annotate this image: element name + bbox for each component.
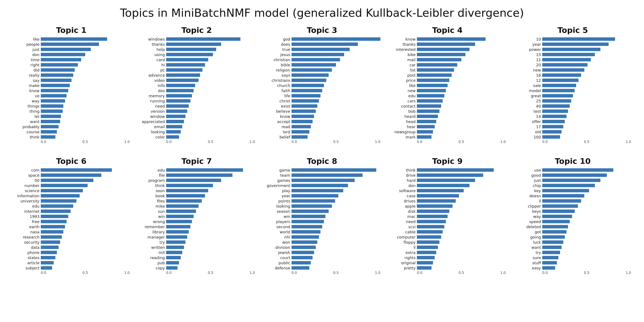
bar-label: jewish bbox=[264, 250, 292, 255]
bar-container bbox=[542, 168, 631, 172]
bar-row: sure bbox=[514, 255, 631, 260]
bar-fill bbox=[41, 135, 56, 139]
bar-row: win bbox=[138, 214, 255, 219]
bar-container bbox=[41, 256, 130, 259]
bar-label: sun bbox=[138, 209, 166, 214]
bar-container bbox=[417, 235, 506, 239]
bar-row: nhl bbox=[264, 235, 380, 239]
bar-label: ll bbox=[514, 199, 542, 203]
bar-label: 10 bbox=[514, 37, 542, 42]
bar-fill bbox=[41, 84, 70, 87]
bar-label: stuff bbox=[514, 260, 542, 265]
bar-fill bbox=[542, 251, 560, 254]
bar-fill bbox=[41, 58, 81, 62]
bar-fill bbox=[542, 204, 578, 208]
bar-fill bbox=[292, 230, 320, 234]
bar-fill bbox=[292, 189, 343, 192]
bar-container bbox=[41, 210, 130, 213]
bar-container bbox=[292, 63, 380, 66]
bar-container bbox=[542, 68, 631, 72]
bar-row: clipper bbox=[514, 204, 631, 208]
bar-label: good bbox=[514, 173, 542, 178]
bar-fill bbox=[542, 168, 613, 172]
bar-fill bbox=[542, 42, 608, 46]
bar-fill bbox=[292, 42, 358, 46]
bar-fill bbox=[41, 68, 75, 72]
bar-container bbox=[166, 194, 255, 198]
bar-container bbox=[417, 125, 506, 128]
bar-container bbox=[417, 110, 506, 113]
bar-fill bbox=[166, 99, 190, 102]
bar-row: lord bbox=[264, 130, 380, 134]
bar-label: email bbox=[138, 124, 166, 129]
bar-container bbox=[41, 266, 130, 270]
bar-chart: windowsthankshelpusingcardhipcadvancevid… bbox=[138, 37, 255, 139]
bar-row: probably bbox=[13, 124, 130, 129]
bar-fill bbox=[417, 210, 449, 213]
bar-container bbox=[292, 53, 380, 56]
bar-label: help bbox=[138, 47, 166, 52]
bar-label: 100 bbox=[514, 135, 542, 139]
bar-fill bbox=[542, 63, 588, 66]
bar-row: info bbox=[138, 83, 255, 88]
bar-container bbox=[41, 230, 130, 234]
bar-row: just bbox=[13, 47, 130, 52]
bar-row: appreciated bbox=[138, 119, 255, 124]
bar-container bbox=[417, 120, 506, 123]
bar-label: number bbox=[13, 183, 41, 188]
bar-row: 00 bbox=[13, 178, 130, 183]
bar-fill bbox=[417, 104, 441, 108]
bar-row: earth bbox=[13, 224, 130, 229]
bar-container bbox=[292, 78, 380, 82]
bar-fill bbox=[417, 37, 486, 41]
bar-fill bbox=[417, 251, 436, 254]
bar-fill bbox=[41, 215, 68, 218]
bar-fill bbox=[292, 110, 316, 113]
bar-container bbox=[292, 168, 380, 172]
bar-row: deleted bbox=[514, 224, 631, 229]
bar-label: probably bbox=[13, 124, 41, 129]
bar-fill bbox=[417, 84, 448, 87]
bar-label: nhl bbox=[264, 235, 292, 239]
bar-container bbox=[41, 261, 130, 264]
bar-container bbox=[166, 37, 255, 41]
bar-container bbox=[292, 199, 380, 203]
bar-row: space bbox=[13, 173, 130, 178]
bar-row: hi bbox=[138, 62, 255, 67]
bar-row: want bbox=[514, 245, 631, 250]
bar-row: game bbox=[264, 168, 380, 172]
topic-panel-topic-8: Topic 8gameteamgamesgovernmentplayyearpo… bbox=[259, 154, 385, 281]
bar-label: written bbox=[138, 245, 166, 250]
bar-label: course bbox=[13, 130, 41, 134]
bar-fill bbox=[542, 189, 589, 192]
bar-container bbox=[292, 178, 380, 182]
bar-label: car bbox=[389, 63, 417, 67]
topic-panel-topic-9: Topic 9thinkdriveharddonsoftwarecasedriv… bbox=[385, 154, 510, 281]
bar-fill bbox=[41, 194, 80, 198]
bar-container bbox=[292, 204, 380, 208]
bar-container bbox=[41, 99, 130, 102]
bar-label: pub bbox=[138, 260, 166, 265]
bar-label: disk bbox=[389, 209, 417, 214]
bar-row: 15 bbox=[514, 52, 631, 57]
bar-fill bbox=[542, 210, 575, 213]
bar-label: god bbox=[264, 37, 292, 42]
bar-label: model bbox=[514, 88, 542, 93]
bar-fill bbox=[292, 251, 314, 254]
bar-fill bbox=[292, 99, 319, 102]
bar-container bbox=[41, 42, 130, 46]
bar-label: 14 bbox=[514, 114, 542, 119]
bar-fill bbox=[417, 125, 435, 128]
bar-label: belief bbox=[264, 135, 292, 139]
bar-row: software bbox=[389, 188, 506, 193]
bar-label: window bbox=[138, 114, 166, 119]
bar-container bbox=[292, 210, 380, 213]
bar-row: subject bbox=[13, 266, 130, 270]
bar-fill bbox=[417, 204, 452, 208]
bar-container bbox=[166, 120, 255, 123]
bar-row: 40 bbox=[514, 104, 631, 108]
bar-row: stuff bbox=[514, 260, 631, 265]
bar-container bbox=[417, 78, 506, 82]
bar-row: mac bbox=[389, 214, 506, 219]
bar-label: sale bbox=[514, 83, 542, 88]
